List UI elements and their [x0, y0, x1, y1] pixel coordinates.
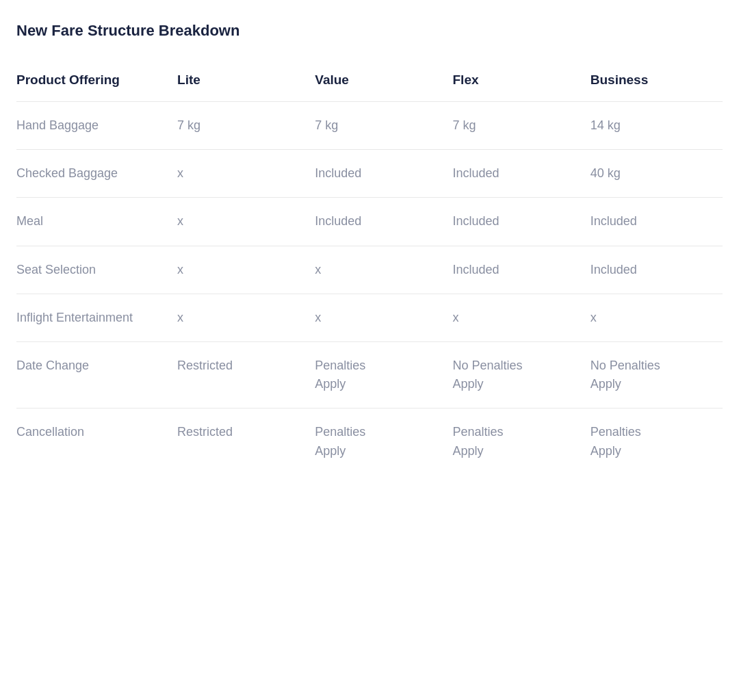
cell-value-2: Included — [309, 198, 447, 246]
col-header-lite: Lite — [172, 64, 309, 102]
table-row: Date ChangeRestrictedPenaltiesApplyNo Pe… — [16, 341, 723, 408]
cell-lite-5: Restricted — [172, 341, 309, 408]
cell-lite-1: x — [172, 150, 309, 198]
table-row: MealxIncludedIncludedIncluded — [16, 198, 723, 246]
cell-feature-1: Checked Baggage — [16, 150, 172, 198]
cell-lite-4: x — [172, 294, 309, 341]
cell-business-1: 40 kg — [585, 150, 723, 198]
cell-lite-6: Restricted — [172, 409, 309, 475]
cell-business-3: Included — [585, 246, 723, 294]
cell-flex-4: x — [448, 294, 585, 341]
table-row: CancellationRestrictedPenaltiesApplyPena… — [16, 409, 723, 475]
cell-feature-2: Meal — [16, 198, 172, 246]
cell-feature-3: Seat Selection — [16, 246, 172, 294]
table-row: Hand Baggage7 kg7 kg7 kg14 kg — [16, 102, 723, 150]
cell-business-4: x — [585, 294, 723, 341]
cell-value-6: PenaltiesApply — [309, 409, 447, 475]
col-header-product: Product Offering — [16, 64, 172, 102]
cell-flex-0: 7 kg — [448, 102, 585, 150]
cell-feature-5: Date Change — [16, 341, 172, 408]
cell-business-5: No PenaltiesApply — [585, 341, 723, 408]
cell-value-5: PenaltiesApply — [309, 341, 447, 408]
cell-value-3: x — [309, 246, 447, 294]
cell-flex-1: Included — [448, 150, 585, 198]
cell-flex-5: No PenaltiesApply — [448, 341, 585, 408]
col-header-business: Business — [585, 64, 723, 102]
cell-flex-6: PenaltiesApply — [448, 409, 585, 475]
cell-lite-2: x — [172, 198, 309, 246]
table-row: Checked BaggagexIncludedIncluded40 kg — [16, 150, 723, 198]
fare-structure-table: Product Offering Lite Value Flex Busines… — [16, 64, 723, 475]
cell-value-0: 7 kg — [309, 102, 447, 150]
col-header-value: Value — [309, 64, 447, 102]
page-title: New Fare Structure Breakdown — [16, 22, 723, 40]
table-row: Inflight Entertainmentxxxx — [16, 294, 723, 341]
cell-feature-4: Inflight Entertainment — [16, 294, 172, 341]
cell-business-0: 14 kg — [585, 102, 723, 150]
cell-value-1: Included — [309, 150, 447, 198]
cell-lite-0: 7 kg — [172, 102, 309, 150]
cell-feature-0: Hand Baggage — [16, 102, 172, 150]
col-header-flex: Flex — [448, 64, 585, 102]
cell-feature-6: Cancellation — [16, 409, 172, 475]
cell-flex-2: Included — [448, 198, 585, 246]
cell-business-6: PenaltiesApply — [585, 409, 723, 475]
cell-value-4: x — [309, 294, 447, 341]
cell-flex-3: Included — [448, 246, 585, 294]
table-row: Seat SelectionxxIncludedIncluded — [16, 246, 723, 294]
cell-lite-3: x — [172, 246, 309, 294]
cell-business-2: Included — [585, 198, 723, 246]
